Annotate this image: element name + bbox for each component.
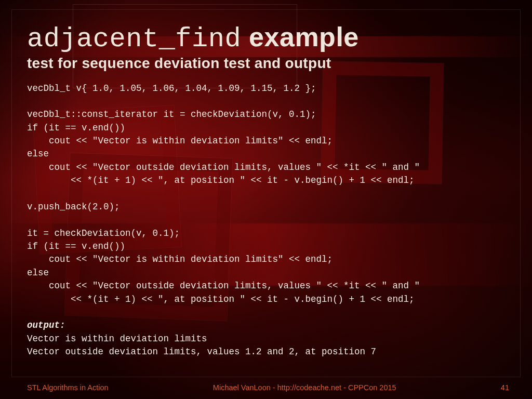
slide-subtitle: test for sequence deviation test and out…	[27, 55, 505, 72]
slide: adjacent_find example test for sequence …	[0, 0, 532, 399]
footer: STL Algorithms in Action Michael VanLoon…	[0, 383, 532, 392]
title-text-part: example	[241, 22, 359, 52]
title-code-part: adjacent_find	[27, 24, 241, 55]
slide-title: adjacent_find example	[27, 23, 505, 54]
footer-center: Michael VanLoon - http://codeache.net - …	[109, 383, 501, 392]
footer-page: 41	[501, 383, 509, 392]
output-label: output:	[27, 320, 65, 330]
content-area: adjacent_find example test for sequence …	[27, 23, 505, 358]
code-block: vecDbl_t v{ 1.0, 1.05, 1.06, 1.04, 1.09,…	[27, 82, 505, 359]
code-text: vecDbl_t v{ 1.0, 1.05, 1.06, 1.04, 1.09,…	[27, 83, 420, 304]
footer-left: STL Algorithms in Action	[27, 383, 109, 392]
output-text: Vector is within deviation limits Vector…	[27, 334, 376, 357]
